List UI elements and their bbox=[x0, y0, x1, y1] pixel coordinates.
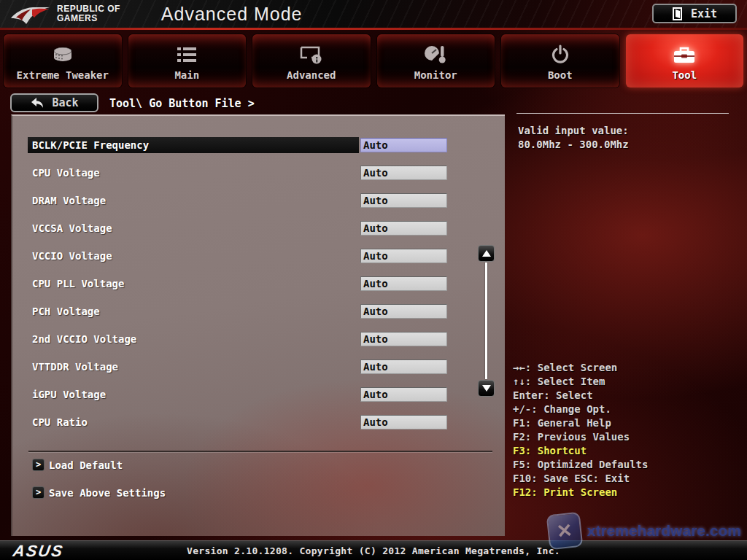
load-default-item[interactable]: > Load Default bbox=[32, 459, 123, 471]
setting-row[interactable]: BCLK/PCIE Frequency Auto bbox=[12, 137, 505, 165]
exit-door-icon bbox=[672, 7, 684, 20]
setting-value-box[interactable]: Auto bbox=[360, 276, 447, 291]
help-line: F12: Print Screen bbox=[513, 486, 648, 499]
setting-value-box[interactable]: Auto bbox=[360, 249, 447, 263]
separator-line bbox=[28, 451, 492, 452]
setting-value-box[interactable]: Auto bbox=[360, 332, 447, 346]
chevron-right-icon: > bbox=[32, 459, 44, 471]
setting-value-box[interactable]: Auto bbox=[360, 138, 447, 152]
setting-value-box[interactable]: Auto bbox=[360, 304, 447, 319]
help-line: F5: Optimized Defaults bbox=[513, 458, 648, 472]
info-panel: Valid input value: 80.0Mhz - 300.0Mhz bbox=[518, 124, 629, 152]
power-icon bbox=[550, 42, 570, 67]
help-line: F1: General Help bbox=[513, 416, 648, 430]
breadcrumb: Tool\ Go Button File > bbox=[109, 97, 255, 110]
action-label: Save Above Settings bbox=[49, 487, 166, 499]
action-label: Load Default bbox=[49, 459, 123, 471]
scroll-up-button[interactable] bbox=[478, 245, 495, 262]
save-above-settings-item[interactable]: > Save Above Settings bbox=[32, 486, 166, 499]
help-line: ↑↓: Select Item bbox=[513, 375, 648, 389]
setting-label: VCCSA Voltage bbox=[32, 222, 112, 234]
setting-label: VTTDDR Voltage bbox=[32, 361, 118, 373]
chevron-right-icon: > bbox=[32, 486, 44, 499]
tab-advanced[interactable]: Advanced bbox=[252, 34, 371, 88]
brand-text: REPUBLIC OF GAMERS bbox=[57, 4, 120, 23]
footer-bar: ASUS Version 2.10.1208. Copyright (C) 20… bbox=[0, 540, 747, 560]
setting-label: CPU PLL Voltage bbox=[32, 278, 124, 289]
setting-value-box[interactable]: Auto bbox=[360, 387, 447, 402]
setting-value-box[interactable]: Auto bbox=[360, 166, 447, 180]
tab-tool[interactable]: Tool bbox=[626, 34, 744, 88]
setting-row[interactable]: VCCIO Voltage Auto bbox=[12, 248, 505, 276]
setting-row[interactable]: VTTDDR Voltage Auto bbox=[12, 359, 505, 386]
tab-label: Main bbox=[174, 69, 199, 81]
top-header-bar: REPUBLIC OF GAMERS Advanced Mode Exit bbox=[0, 0, 747, 28]
key-help-panel: →←: Select Screen ↑↓: Select Item Enter:… bbox=[513, 361, 648, 499]
tab-label: Monitor bbox=[414, 69, 457, 81]
tab-bar: Extreme Tweaker Main Advanced bbox=[4, 34, 743, 88]
setting-row[interactable]: CPU PLL Voltage Auto bbox=[12, 276, 505, 303]
valid-input-range: 80.0Mhz - 300.0Mhz bbox=[518, 138, 629, 152]
scrollbar[interactable] bbox=[478, 245, 495, 397]
tab-monitor[interactable]: Monitor bbox=[377, 34, 495, 88]
header-red-divider bbox=[0, 28, 747, 30]
scroll-down-button[interactable] bbox=[478, 380, 495, 397]
setting-value-box[interactable]: Auto bbox=[360, 359, 447, 374]
exit-button[interactable]: Exit bbox=[652, 4, 737, 23]
setting-value-box[interactable]: Auto bbox=[360, 415, 447, 429]
setting-label: iGPU Voltage bbox=[32, 389, 106, 400]
setting-row[interactable]: CPU Voltage Auto bbox=[12, 165, 505, 192]
rog-eye-icon bbox=[10, 3, 51, 25]
help-line: Enter: Select bbox=[513, 389, 648, 402]
help-line: →←: Select Screen bbox=[513, 361, 648, 375]
help-line: F3: Shortcut bbox=[513, 444, 648, 458]
list-icon bbox=[176, 42, 198, 67]
setting-label: BCLK/PCIE Frequency bbox=[32, 139, 149, 151]
page-title: Advanced Mode bbox=[161, 4, 303, 25]
back-label: Back bbox=[52, 96, 78, 109]
setting-row[interactable]: DRAM Voltage Auto bbox=[12, 192, 505, 220]
screen-info-icon bbox=[299, 42, 324, 67]
tab-label: Tool bbox=[672, 69, 697, 81]
settings-rows: BCLK/PCIE Frequency Auto CPU Voltage Aut… bbox=[12, 137, 505, 442]
watermark-text: xtremehardware.com bbox=[587, 522, 741, 540]
tab-label: Extreme Tweaker bbox=[17, 69, 109, 81]
tab-boot[interactable]: Boot bbox=[501, 34, 619, 88]
setting-row[interactable]: CPU Ratio Auto bbox=[12, 414, 505, 442]
tab-extreme-tweaker[interactable]: Extreme Tweaker bbox=[4, 34, 122, 88]
triangle-down-icon bbox=[482, 385, 491, 392]
help-line: +/-: Change Opt. bbox=[513, 402, 648, 416]
setting-value-box[interactable]: Auto bbox=[360, 193, 447, 208]
brand-line2: GAMERS bbox=[57, 14, 120, 23]
setting-row[interactable]: 2nd VCCIO Voltage Auto bbox=[12, 331, 505, 359]
sidebar-divider bbox=[516, 113, 729, 114]
setting-row[interactable]: iGPU Voltage Auto bbox=[12, 386, 505, 414]
setting-label: 2nd VCCIO Voltage bbox=[32, 333, 136, 345]
setting-row[interactable]: PCH Voltage Auto bbox=[12, 303, 505, 331]
setting-label: CPU Ratio bbox=[32, 416, 88, 428]
tweaker-knob-icon bbox=[50, 42, 75, 67]
back-button[interactable]: Back bbox=[10, 93, 98, 112]
help-line: F2: Previous Values bbox=[513, 430, 648, 444]
asus-logo: ASUS bbox=[12, 542, 66, 560]
setting-label: DRAM Voltage bbox=[32, 195, 106, 206]
toolbox-icon bbox=[672, 42, 697, 67]
back-arrow-icon bbox=[30, 97, 44, 109]
valid-input-label: Valid input value: bbox=[518, 124, 629, 138]
setting-value-box[interactable]: Auto bbox=[360, 221, 447, 236]
scrollbar-track[interactable] bbox=[485, 262, 487, 379]
setting-label: VCCIO Voltage bbox=[32, 250, 112, 262]
exit-label: Exit bbox=[691, 7, 717, 20]
tab-label: Advanced bbox=[287, 69, 336, 81]
tab-main[interactable]: Main bbox=[128, 34, 247, 88]
setting-label: PCH Voltage bbox=[32, 306, 100, 317]
settings-panel: BCLK/PCIE Frequency Auto CPU Voltage Aut… bbox=[11, 114, 505, 536]
triangle-up-icon bbox=[482, 250, 491, 257]
version-text: Version 2.10.1208. Copyright (C) 2012 Am… bbox=[187, 545, 560, 556]
setting-label: CPU Voltage bbox=[32, 167, 100, 179]
setting-row[interactable]: VCCSA Voltage Auto bbox=[12, 220, 505, 248]
help-line: F10: Save ESC: Exit bbox=[513, 472, 648, 486]
tab-label: Boot bbox=[548, 69, 573, 81]
gauge-thermometer-icon bbox=[424, 42, 447, 67]
rog-logo: REPUBLIC OF GAMERS bbox=[10, 3, 120, 25]
